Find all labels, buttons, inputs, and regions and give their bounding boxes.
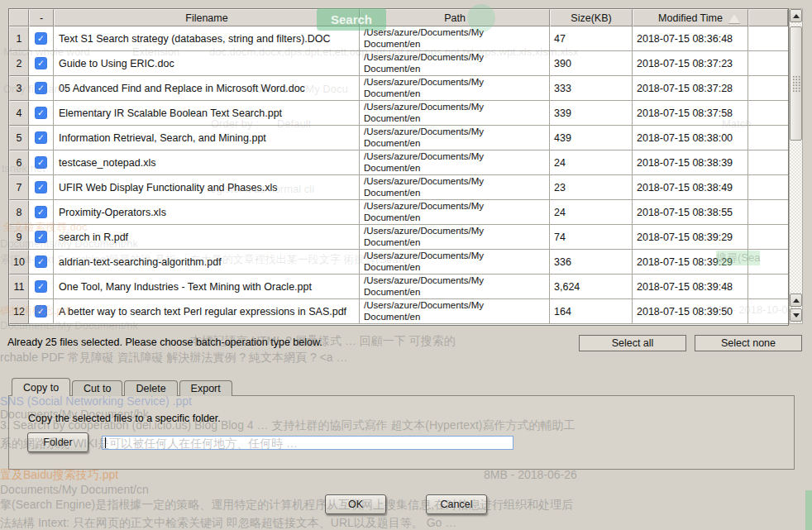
operation-panel: Copy the selected files to a specific fo… [8, 395, 795, 470]
table-row: 3✓05 Advanced Find and Replace in Micros… [9, 76, 788, 101]
filler-cell [748, 175, 788, 200]
table-row: 2✓Guide to Using ERIC.doc/Users/azure/Do… [9, 51, 788, 76]
filler-cell [748, 275, 788, 299]
row-number: 7 [9, 175, 29, 200]
tab-copy-to[interactable]: Copy to [12, 378, 70, 396]
path-cell: /Users/azure/Documents/My Document/en [360, 51, 550, 76]
size-cell: 47 [550, 26, 633, 51]
row-checkbox[interactable]: ✓ [35, 255, 47, 268]
checkbox-cell: ✓ [29, 26, 54, 51]
checkbox-cell: ✓ [29, 225, 54, 250]
table-row: 4✓Elementary IR Scalable Boolean Text Se… [9, 101, 788, 126]
row-checkbox[interactable]: ✓ [35, 181, 47, 193]
checkbox-cell: ✓ [29, 200, 54, 225]
scroll-up-button[interactable] [790, 9, 802, 22]
checkbox-cell: ✓ [29, 175, 54, 200]
row-checkbox[interactable]: ✓ [35, 107, 47, 119]
text-caret [105, 437, 106, 448]
background-ghost-text: 法結構 Intext: 只在网页的正文中检索关键词 即忽略超链接文本、URL以及… [0, 516, 456, 530]
row-number: 3 [9, 76, 29, 101]
tab-export[interactable]: Export [179, 380, 232, 396]
column-header-path[interactable]: Path [360, 9, 550, 26]
table-row: 10✓aldrian-text-searching-algorithm.pdf/… [9, 250, 788, 275]
grip-dots-icon [792, 75, 800, 93]
modified-cell: 2018-07-15 08:39:29 [633, 225, 748, 250]
row-checkbox[interactable]: ✓ [35, 57, 47, 69]
select-none-button[interactable]: Select none [695, 335, 802, 351]
modified-cell: 2018-07-15 08:39:48 [633, 275, 748, 299]
scroll-up-button-bottom[interactable] [790, 294, 802, 307]
path-cell: /Users/azure/Documents/My Document/en [360, 26, 550, 51]
file-table: -FilenamePathSize(KB)Modified Time1✓Text… [8, 8, 789, 326]
arrow-up-icon [793, 14, 800, 18]
row-checkbox[interactable]: ✓ [35, 280, 47, 293]
filename-cell: Information Retrieval, Search, and Minin… [54, 126, 360, 150]
modified-cell: 2018-07-15 08:39:50 [633, 299, 748, 324]
filler-cell [748, 26, 788, 51]
row-number: 6 [9, 150, 29, 175]
modified-cell: 2018-07-15 08:37:23 [633, 51, 748, 76]
cancel-button[interactable]: Cancel [426, 494, 487, 514]
table-row: 5✓Information Retrieval, Search, and Min… [9, 126, 788, 150]
vertical-scrollbar[interactable] [789, 8, 803, 324]
column-header-check[interactable]: - [29, 9, 54, 26]
path-cell: /Users/azure/Documents/My Document/en [360, 299, 550, 324]
modified-cell: 2018-07-15 08:37:28 [633, 76, 748, 101]
filename-cell: search in R.pdf [54, 225, 360, 250]
checkbox-cell: ✓ [29, 101, 54, 126]
size-cell: 24 [550, 200, 633, 225]
path-cell: /Users/azure/Documents/My Document/en [360, 150, 550, 175]
checkbox-cell: ✓ [29, 250, 54, 275]
row-number: 10 [9, 250, 29, 275]
column-header-blank [9, 9, 29, 26]
tab-delete[interactable]: Delete [124, 380, 177, 396]
filename-cell: Guide to Using ERIC.doc [54, 51, 360, 76]
modified-cell: 2018-07-15 08:38:55 [633, 200, 748, 225]
filler-cell [748, 76, 788, 101]
modified-cell: 2018-07-15 08:36:48 [633, 26, 748, 51]
filler-cell [748, 51, 788, 76]
path-cell: /Users/azure/Documents/My Document/en [360, 275, 550, 299]
row-checkbox[interactable]: ✓ [35, 131, 47, 144]
select-all-button[interactable]: Select all [579, 335, 686, 351]
filename-cell: Elementary IR Scalable Boolean Text Sear… [54, 101, 360, 126]
row-checkbox[interactable]: ✓ [35, 231, 47, 243]
row-number: 2 [9, 51, 29, 76]
table-row: 8✓Proximity-Operators.xls/Users/azure/Do… [9, 200, 788, 225]
row-checkbox[interactable]: ✓ [35, 305, 47, 318]
row-checkbox[interactable]: ✓ [35, 32, 47, 45]
path-cell: /Users/azure/Documents/My Document/en [360, 200, 550, 225]
row-checkbox[interactable]: ✓ [35, 156, 47, 169]
row-checkbox[interactable]: ✓ [35, 206, 47, 218]
filename-cell: testcase_notepad.xls [54, 150, 360, 175]
column-header-filename[interactable]: Filename [54, 9, 360, 26]
size-cell: 3,624 [550, 275, 633, 299]
row-number: 4 [9, 101, 29, 126]
tab-cut-to[interactable]: Cut to [72, 380, 122, 396]
size-cell: 23 [550, 175, 633, 200]
filename-cell: 05 Advanced Find and Replace in Microsof… [54, 76, 360, 101]
row-number: 5 [9, 126, 29, 150]
filename-cell: UFIR Web Display Functionality and Phase… [54, 175, 360, 200]
size-cell: 336 [550, 250, 633, 275]
table-row: 12✓A better way to search text Perl regu… [9, 299, 788, 324]
column-header-modified[interactable]: Modified Time [633, 9, 748, 26]
filler-cell [748, 299, 788, 324]
checkbox-cell: ✓ [29, 150, 54, 175]
scrollbar-thumb[interactable] [790, 26, 802, 141]
ok-button[interactable]: OK [325, 494, 386, 514]
row-number: 1 [9, 26, 29, 51]
path-cell: /Users/azure/Documents/My Document/en [360, 126, 550, 150]
row-checkbox[interactable]: ✓ [35, 82, 47, 94]
scroll-down-button[interactable] [790, 308, 802, 322]
column-header-size[interactable]: Size(KB) [550, 9, 633, 26]
modified-cell: 2018-07-15 08:37:58 [633, 101, 748, 126]
filler-cell [748, 200, 788, 225]
size-cell: 333 [550, 76, 633, 101]
checkbox-cell: ✓ [29, 299, 54, 324]
path-cell: /Users/azure/Documents/My Document/en [360, 250, 550, 275]
row-number: 11 [9, 275, 29, 299]
table-row: 6✓testcase_notepad.xls/Users/azure/Docum… [9, 150, 788, 175]
folder-button[interactable]: Folder [27, 432, 88, 452]
folder-path-input[interactable] [102, 436, 513, 450]
